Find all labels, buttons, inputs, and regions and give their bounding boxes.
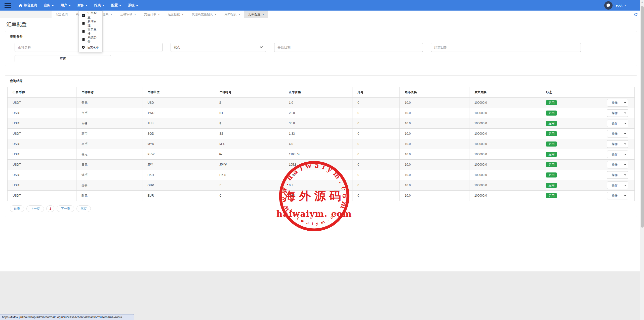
cell-min: 10.0: [400, 191, 469, 201]
tab-close-icon[interactable]: ×: [110, 13, 112, 16]
action-button-label: 操作: [607, 161, 622, 168]
action-dropdown-toggle[interactable]: [622, 192, 628, 199]
menu-item-system-announcement[interactable]: 系统公告: [79, 35, 102, 44]
tab-4[interactable]: 充值订单×: [140, 11, 164, 18]
tab-0[interactable]: 综合查询: [52, 11, 72, 18]
scrollbar[interactable]: ▲: [640, 0, 644, 320]
cell-sell: USDT: [8, 129, 76, 139]
action-dropdown-toggle[interactable]: [622, 161, 628, 168]
menu-item-exchange-rate-config[interactable]: H 汇率配置: [79, 11, 102, 19]
tab-label: 用户报表: [225, 12, 237, 17]
row-action-button[interactable]: 操作: [607, 99, 628, 106]
tab-close-icon[interactable]: ×: [215, 13, 217, 16]
tab-close-icon[interactable]: ×: [158, 13, 160, 16]
action-dropdown-toggle[interactable]: [622, 151, 628, 158]
username: root: [616, 4, 622, 7]
tab-3[interactable]: 店铺审核×: [116, 11, 140, 18]
caret-down-icon: [136, 5, 138, 6]
cell-max: 100000.0: [469, 180, 541, 191]
scrollbar-thumb[interactable]: [641, 6, 644, 228]
caret-down-icon: [119, 5, 121, 6]
menu-item-news-management[interactable]: 新闻管理: [79, 19, 102, 27]
menu-item-home-carousel[interactable]: 首页轮播: [79, 27, 102, 35]
cell-status: 启用: [541, 129, 601, 139]
tab-close-icon[interactable]: ×: [262, 13, 264, 16]
row-action-button[interactable]: 操作: [607, 161, 628, 168]
action-dropdown-toggle[interactable]: [622, 171, 628, 179]
row-action-button[interactable]: 操作: [607, 140, 628, 148]
tab-close-icon[interactable]: ×: [182, 13, 184, 16]
cell-sell: USDT: [8, 108, 76, 118]
cell-symbol: HK $: [214, 170, 284, 180]
book-icon: [82, 22, 85, 25]
row-action-button[interactable]: 操作: [607, 182, 628, 189]
row-action-button[interactable]: 操作: [607, 151, 628, 158]
action-dropdown-toggle[interactable]: [622, 130, 628, 137]
hamburger-menu-icon[interactable]: [5, 3, 11, 8]
pagination-first[interactable]: 首页: [10, 205, 24, 212]
action-dropdown-toggle[interactable]: [622, 110, 628, 117]
scrollbar-up-arrow[interactable]: ▲: [640, 1, 644, 3]
tab-close-icon[interactable]: ×: [134, 13, 136, 16]
pagination-last[interactable]: 尾页: [76, 205, 91, 212]
action-dropdown-toggle[interactable]: [622, 140, 628, 148]
home-icon: [19, 4, 22, 7]
table-row: USDT美元USD$1.0010.0100000.0启用操作: [8, 98, 635, 108]
tab-label: 汇率配置: [248, 12, 260, 17]
tab-6[interactable]: 代理商充提报表×: [188, 11, 221, 18]
pagination-current-page[interactable]: 1: [46, 205, 55, 212]
row-action-button[interactable]: 操作: [607, 171, 628, 179]
cell-actions: 操作: [601, 191, 634, 201]
nav-item-overview[interactable]: 综合查询: [19, 3, 37, 8]
tab-5[interactable]: 运营数据×: [164, 11, 188, 18]
cell-seq: 0: [352, 160, 400, 170]
action-button-label: 操作: [607, 151, 622, 158]
messages-button[interactable]: [604, 1, 613, 10]
column-header-actions: [601, 87, 634, 98]
action-dropdown-toggle[interactable]: [622, 182, 628, 189]
pagination-next[interactable]: 下一页: [57, 205, 74, 212]
row-action-button[interactable]: 操作: [607, 130, 628, 137]
refresh-icon[interactable]: [633, 12, 638, 17]
status-select-value: 状态: [174, 45, 180, 50]
cell-status: 启用: [541, 160, 601, 170]
tab-8[interactable]: 汇率配置×: [244, 11, 268, 18]
user-menu[interactable]: root: [616, 4, 626, 7]
nav-item-label: 报表: [94, 3, 101, 8]
tab-7[interactable]: 用户报表×: [221, 11, 245, 18]
nav-item-business[interactable]: 业务: [44, 3, 54, 8]
nav-item-finance[interactable]: 财务: [77, 3, 88, 8]
pagination-prev[interactable]: 上一页: [26, 205, 44, 212]
action-dropdown-toggle[interactable]: [622, 99, 628, 106]
h-square-icon: H: [82, 14, 85, 17]
end-date-input[interactable]: [431, 43, 581, 52]
table-row: USDT新币SGDS$1.33010.0100000.0启用操作: [8, 129, 635, 139]
row-action-button[interactable]: 操作: [607, 120, 628, 127]
column-header: 最大兑换: [469, 87, 541, 98]
cell-seq: 0: [352, 98, 400, 108]
start-date-input[interactable]: [274, 43, 423, 52]
nav-item-config[interactable]: 配置: [111, 3, 121, 8]
nav-item-label: 配置: [111, 3, 118, 8]
tab-close-icon[interactable]: ×: [238, 13, 240, 16]
cell-min: 10.0: [400, 170, 469, 180]
column-header: 汇率价格: [284, 87, 352, 98]
menu-item-ip-blacklist[interactable]: ip黑名单: [79, 44, 102, 52]
query-button[interactable]: 查询: [15, 55, 111, 62]
admin-screen: 综合查询 业务 用户 财务 报表 配置 系统 root 综合查询商家管理×代理商…: [0, 0, 644, 320]
nav-item-users[interactable]: 用户: [61, 3, 71, 8]
cell-unit: USD: [142, 98, 214, 108]
cell-min: 10.0: [400, 149, 469, 160]
nav-item-system[interactable]: 系统: [128, 3, 138, 8]
action-dropdown-toggle[interactable]: [622, 120, 628, 127]
row-action-button[interactable]: 操作: [607, 192, 628, 199]
caret-down-icon: [86, 5, 88, 6]
status-badge: 启用: [546, 100, 557, 105]
cell-actions: 操作: [601, 98, 634, 108]
status-select[interactable]: 状态: [171, 43, 266, 52]
row-action-button[interactable]: 操作: [607, 109, 628, 117]
nav-item-reports[interactable]: 报表: [94, 3, 104, 8]
cell-unit: TWD: [142, 108, 214, 118]
nav-item-label: 财务: [77, 3, 84, 8]
column-header: 出售币种: [8, 87, 76, 98]
